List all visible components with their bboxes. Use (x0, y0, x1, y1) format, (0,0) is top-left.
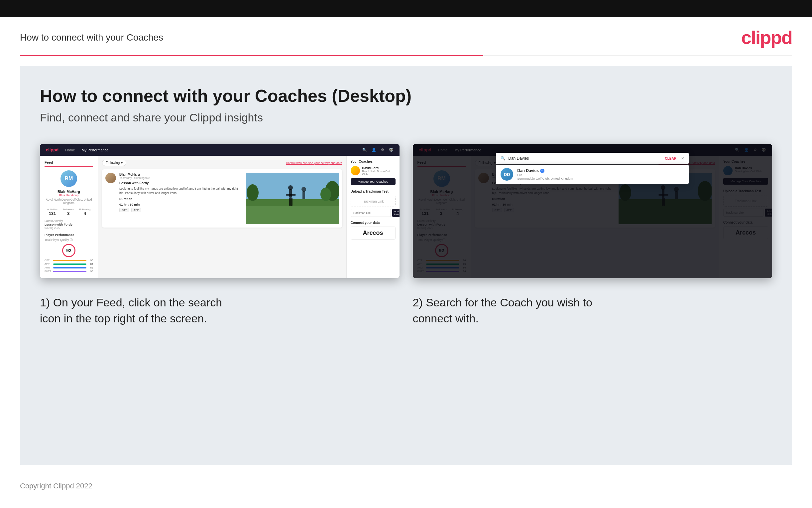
perf-bars: OTT 90 APP 85 ARG (45, 259, 93, 273)
performance-section: Player Performance Total Player Quality … (45, 233, 93, 273)
coach-item: David Ford Royal North Devon Golf Club (351, 166, 395, 176)
latest-activity-date: 03 Aug 2022 (45, 226, 93, 229)
search-result-item[interactable]: DD Dan Davies ✓ Pro Sunningdale Golf Clu… (496, 165, 689, 184)
clear-button[interactable]: CLEAR (665, 157, 676, 160)
captions-row: 1) On your Feed, click on the searchicon… (40, 295, 772, 326)
trackman-placeholder: Trackman Link (351, 196, 395, 207)
stats-row: Activities 131 Followers 3 Following 4 (45, 208, 93, 216)
latest-activity-label: Latest Activity (45, 219, 93, 222)
quality-score: 92 (62, 244, 76, 257)
manage-coaches-button[interactable]: Manage Your Coaches (351, 178, 395, 185)
post-title: Lesson with Fordy (119, 181, 243, 185)
screenshot2: clippd Home My Performance 🔍 👤 ⚙ 👽 Feed … (413, 144, 772, 278)
stat-activities: Activities 131 (47, 208, 58, 216)
stat-activities-label: Activities (47, 208, 58, 211)
following-button[interactable]: Following ▾ (102, 160, 126, 166)
ott-bar (53, 260, 86, 261)
result-role: Pro (517, 173, 573, 177)
main-title: How to connect with your Coaches (Deskto… (40, 86, 772, 106)
nav-my-performance[interactable]: My Performance (82, 148, 109, 152)
app-feed-1: Following ▾ Control who can see your act… (98, 156, 346, 278)
top-bar (0, 0, 812, 17)
settings-icon[interactable]: ⚙ (381, 148, 384, 152)
post-meta: Yesterday · Sunningdale (119, 176, 243, 180)
app-coaches-1: Your Coaches David Ford Royal North Devo… (346, 156, 399, 278)
perf-title: Player Performance (45, 233, 93, 237)
post-time: 01 hr : 30 min (119, 203, 243, 206)
stat-following: Following 4 (79, 208, 90, 216)
result-club: Sunningdale Golf Club, United Kingdom (517, 177, 573, 180)
connect-title: Connect your data (351, 221, 395, 224)
stat-following-label: Following (79, 208, 90, 211)
svg-rect-12 (302, 191, 305, 199)
profile-avatar: BM (60, 170, 77, 187)
post-tags: OTT APP (119, 208, 243, 212)
search-magnifier-icon: 🔍 (500, 156, 506, 161)
following-chevron: ▾ (121, 161, 123, 165)
post-duration: Duration (119, 197, 243, 201)
page-title: How to connect with your Coaches (20, 32, 163, 43)
trackman-input[interactable] (351, 209, 391, 217)
main-subtitle: Find, connect and share your Clippd insi… (40, 111, 772, 124)
app-body-1: Feed BM Blair McHarg Plus Handicap Royal… (40, 156, 399, 278)
post-text: Looking to feel like my hands are exitin… (119, 186, 243, 195)
putt-bar (53, 271, 86, 272)
stat-activities-value: 131 (47, 211, 58, 216)
search-close-icon[interactable]: × (681, 155, 684, 161)
footer: Copyright Clippd 2022 (0, 475, 812, 497)
coach-name: David Ford (362, 166, 395, 170)
tag-app: APP (131, 208, 141, 212)
result-name: Dan Davies ✓ (517, 168, 573, 173)
post-image-overlay (246, 173, 339, 224)
stat-followers: Followers 3 (63, 208, 74, 216)
svg-rect-7 (289, 189, 292, 198)
connect-section: Connect your data Arccos (351, 221, 395, 240)
profile-handicap: Plus Handicap (45, 194, 93, 197)
trackman-title: Upload a Trackman Test (351, 189, 395, 193)
add-link-button[interactable]: Add Link (392, 209, 399, 217)
post-card: Blair McHarg Yesterday · Sunningdale Les… (102, 169, 342, 227)
coach-info: David Ford Royal North Devon Golf Club (362, 166, 395, 176)
following-label: Following (106, 161, 120, 165)
svg-rect-9 (286, 194, 296, 196)
post-image (246, 173, 339, 224)
app-sidebar-1: Feed BM Blair McHarg Plus Handicap Royal… (40, 156, 98, 278)
control-link[interactable]: Control who can see your activity and da… (286, 161, 342, 165)
caption-1: 1) On your Feed, click on the searchicon… (40, 295, 399, 326)
search-bar: 🔍 Dan Davies CLEAR × (496, 153, 689, 164)
user-icon[interactable]: 👤 (372, 148, 376, 152)
nav-home[interactable]: Home (65, 148, 75, 152)
svg-rect-11 (291, 198, 292, 206)
screenshots-row: clippd Home My Performance 🔍 👤 ⚙ 👽 Feed (40, 144, 772, 278)
quality-label: Total Player Quality ⓘ (45, 238, 93, 242)
app-ui-1: clippd Home My Performance 🔍 👤 ⚙ 👽 Feed (40, 144, 399, 278)
coaches-title: Your Coaches (351, 160, 395, 163)
search-overlay: 🔍 Dan Davies CLEAR × DD Dan Davies ✓ Pro… (413, 144, 772, 278)
perf-bar-ott: OTT 90 (45, 259, 93, 262)
post-avatar (105, 173, 116, 183)
main-content: How to connect with your Coaches (Deskto… (20, 66, 792, 465)
avatar-icon[interactable]: 👽 (389, 148, 393, 152)
perf-bar-putt: PUTT 96 (45, 270, 93, 273)
stat-followers-label: Followers (63, 208, 74, 211)
search-query-text: Dan Davies (508, 156, 662, 161)
post-content: Blair McHarg Yesterday · Sunningdale Les… (119, 173, 243, 224)
coach-avatar (351, 166, 360, 175)
svg-point-8 (288, 185, 293, 190)
caption-text-1: 1) On your Feed, click on the searchicon… (40, 295, 399, 326)
app-logo: clippd (46, 147, 58, 153)
result-avatar: DD (500, 168, 513, 181)
post-author-name: Blair McHarg (119, 173, 243, 176)
copyright-text: Copyright Clippd 2022 (20, 482, 92, 490)
stat-followers-value: 3 (63, 211, 74, 216)
app-nav-1: clippd Home My Performance 🔍 👤 ⚙ 👽 (40, 144, 399, 156)
caption-text-2: 2) Search for the Coach you wish toconne… (413, 295, 772, 326)
stat-following-value: 4 (79, 211, 90, 216)
trackman-section: Upload a Trackman Test Trackman Link Add… (351, 189, 395, 217)
following-row: Following ▾ Control who can see your act… (102, 160, 342, 166)
tag-off: OTT (119, 208, 129, 212)
svg-point-6 (321, 187, 331, 201)
svg-rect-10 (289, 198, 291, 206)
search-icon[interactable]: 🔍 (362, 148, 367, 152)
feed-tab[interactable]: Feed (45, 160, 93, 167)
